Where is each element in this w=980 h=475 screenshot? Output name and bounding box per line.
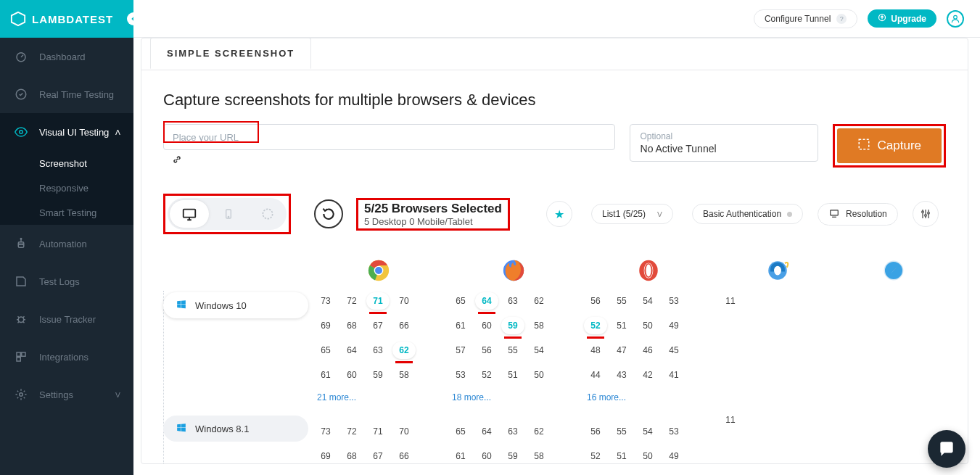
version-chip[interactable]: 60 <box>340 366 363 384</box>
version-chip[interactable]: 54 <box>527 342 551 359</box>
version-chip[interactable]: 46 <box>636 342 659 359</box>
version-chip[interactable]: 64 <box>475 423 498 440</box>
version-chip[interactable]: 57 <box>449 342 472 359</box>
version-chip[interactable]: 69 <box>314 317 337 334</box>
version-chip[interactable]: 56 <box>584 292 607 310</box>
version-chip[interactable]: 55 <box>610 292 633 310</box>
version-chip[interactable]: 56 <box>584 423 607 440</box>
version-chip[interactable]: 64 <box>340 342 363 359</box>
capture-button[interactable]: Capture <box>837 128 942 163</box>
brand[interactable]: LAMBDATEST <box>0 0 133 38</box>
version-chip[interactable]: 68 <box>340 447 363 463</box>
version-chip[interactable]: 70 <box>392 423 416 440</box>
version-chip[interactable]: 50 <box>527 366 551 384</box>
sidebar-subitem-smart-testing[interactable]: Smart Testing <box>0 200 133 225</box>
version-chip[interactable]: 49 <box>662 317 685 334</box>
version-chip[interactable]: 68 <box>340 317 363 334</box>
version-chip[interactable]: 60 <box>475 317 498 334</box>
version-chip[interactable]: 64 <box>475 292 498 310</box>
version-chip[interactable]: 54 <box>636 292 659 310</box>
version-chip[interactable]: 63 <box>366 342 390 359</box>
version-chip[interactable]: 51 <box>610 447 633 463</box>
configure-tunnel-button[interactable]: Configure Tunnel ? <box>754 9 857 28</box>
version-chip[interactable]: 58 <box>527 447 551 463</box>
version-chip[interactable]: 71 <box>366 292 390 310</box>
version-chip[interactable]: 65 <box>449 292 472 310</box>
version-chip[interactable]: 58 <box>392 366 416 384</box>
version-chip[interactable]: 52 <box>584 317 607 334</box>
version-chip[interactable]: 41 <box>662 366 685 384</box>
resolution-pill[interactable]: Resolution <box>818 203 898 226</box>
version-chip[interactable]: 66 <box>392 447 416 463</box>
version-chip[interactable]: 55 <box>610 423 633 440</box>
version-chip[interactable]: 51 <box>501 366 524 384</box>
sidebar-item-issuetracker[interactable]: Issue Tracker <box>0 300 133 338</box>
tunnel-box[interactable]: Optional No Active Tunnel <box>630 124 818 162</box>
version-chip[interactable]: 72 <box>340 423 363 440</box>
version-chip[interactable]: 59 <box>501 447 524 463</box>
version-chip[interactable]: 61 <box>449 447 472 463</box>
favorite-button[interactable]: ★ <box>546 201 572 227</box>
tab-simple-screenshot[interactable]: SIMPLE SCREENSHOT <box>150 38 311 69</box>
version-chip[interactable]: 11 <box>719 292 742 310</box>
sidebar-item-settings[interactable]: Settings ᐯ <box>0 376 133 413</box>
version-chip[interactable]: 47 <box>610 342 633 359</box>
firefox-more-link[interactable]: 18 more... <box>449 392 578 402</box>
sidebar-item-testlogs[interactable]: Test Logs <box>0 263 133 300</box>
list-dropdown[interactable]: List1 (5/25) ᐯ <box>591 204 673 224</box>
reset-button[interactable] <box>314 199 343 228</box>
sidebar-item-automation[interactable]: Automation <box>0 225 133 263</box>
version-chip[interactable]: 51 <box>610 317 633 334</box>
version-chip[interactable]: 52 <box>584 447 607 463</box>
version-chip[interactable]: 62 <box>392 342 416 359</box>
version-chip[interactable]: 55 <box>501 342 524 359</box>
version-chip[interactable]: 69 <box>314 447 337 463</box>
version-chip[interactable]: 63 <box>501 423 524 440</box>
version-chip[interactable]: 49 <box>662 447 685 463</box>
filters-button[interactable] <box>913 201 939 227</box>
sidebar-item-realtime[interactable]: Real Time Testing <box>0 75 133 113</box>
version-chip[interactable]: 45 <box>662 342 685 359</box>
version-chip[interactable]: 67 <box>366 317 390 334</box>
version-chip[interactable]: 73 <box>314 292 337 310</box>
os-windows-10[interactable]: Windows 10 <box>163 292 308 318</box>
os-windows-81[interactable]: Windows 8.1 <box>163 416 308 442</box>
version-chip[interactable]: 72 <box>340 292 363 310</box>
upgrade-button[interactable]: Upgrade <box>868 9 936 28</box>
version-chip[interactable]: 54 <box>636 423 659 440</box>
version-chip[interactable]: 65 <box>314 342 337 359</box>
version-chip[interactable]: 50 <box>636 447 659 463</box>
version-chip[interactable]: 71 <box>366 423 390 440</box>
sidebar-item-dashboard[interactable]: Dashboard <box>0 38 133 75</box>
account-avatar[interactable] <box>947 10 964 28</box>
version-chip[interactable]: 62 <box>527 423 551 440</box>
version-chip[interactable]: 53 <box>449 366 472 384</box>
version-chip[interactable]: 61 <box>449 317 472 334</box>
link-icon[interactable] <box>172 154 182 168</box>
version-chip[interactable]: 42 <box>636 366 659 384</box>
chat-button[interactable] <box>928 430 965 468</box>
version-chip[interactable]: 53 <box>662 423 685 440</box>
version-chip[interactable]: 50 <box>636 317 659 334</box>
version-chip[interactable]: 11 <box>719 411 742 429</box>
version-chip[interactable]: 62 <box>527 292 551 310</box>
chrome-more-link[interactable]: 21 more... <box>314 392 443 402</box>
version-chip[interactable]: 61 <box>314 366 337 384</box>
version-chip[interactable]: 53 <box>662 292 685 310</box>
sidebar-subitem-screenshot[interactable]: Screenshot <box>0 151 133 175</box>
version-chip[interactable]: 59 <box>501 317 524 334</box>
version-chip[interactable]: 59 <box>366 366 390 384</box>
version-chip[interactable]: 73 <box>314 423 337 440</box>
version-chip[interactable]: 65 <box>449 423 472 440</box>
version-chip[interactable]: 44 <box>584 366 607 384</box>
version-chip[interactable]: 66 <box>392 317 416 334</box>
sidebar-item-visual-ui[interactable]: Visual UI Testing ᐱ <box>0 113 133 151</box>
opera-more-link[interactable]: 16 more... <box>584 392 713 402</box>
device-desktop-toggle[interactable] <box>170 200 209 228</box>
version-chip[interactable]: 63 <box>501 292 524 310</box>
version-chip[interactable]: 52 <box>475 366 498 384</box>
device-mobile-toggle[interactable] <box>209 200 248 228</box>
version-chip[interactable]: 70 <box>392 292 416 310</box>
version-chip[interactable]: 48 <box>584 342 607 359</box>
sidebar-item-integrations[interactable]: Integrations <box>0 338 133 376</box>
